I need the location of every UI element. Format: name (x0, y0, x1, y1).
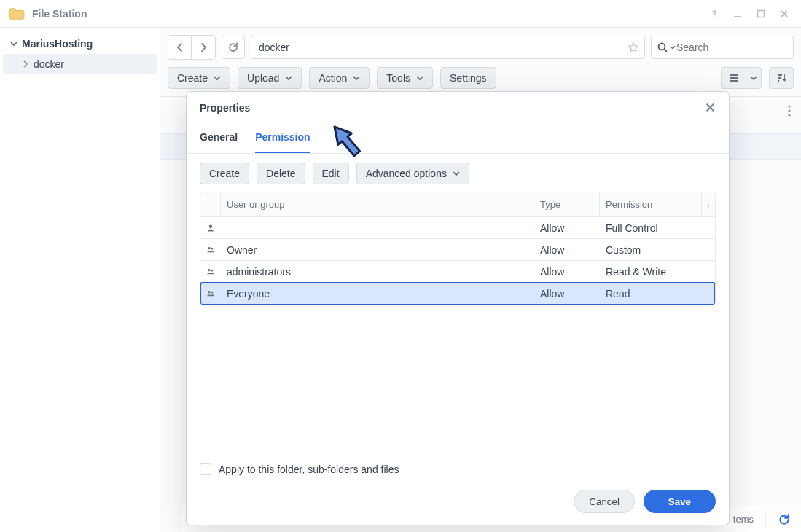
dialog-title: Properties (200, 102, 250, 114)
col-menu-icon[interactable] (702, 192, 715, 216)
permission-row[interactable]: OwnerAllowCustom (200, 239, 715, 261)
apply-recursive-checkbox[interactable] (200, 463, 211, 475)
col-type[interactable]: Type (534, 192, 600, 216)
chevron-down-icon (453, 170, 460, 177)
perm-delete-button[interactable]: Delete (257, 163, 305, 184)
row-type: Allow (534, 266, 600, 278)
row-permission: Custom (600, 244, 702, 256)
permission-row[interactable]: EveryoneAllowRead (200, 283, 715, 305)
apply-recursive-label: Apply to this folder, sub-folders and fi… (219, 463, 399, 475)
row-permission: Read (600, 288, 702, 300)
dialog-close-button[interactable]: ✕ (705, 100, 716, 116)
row-user-name: Everyone (221, 288, 534, 300)
properties-dialog: Properties ✕ General Permission Create D… (187, 92, 729, 525)
group-icon (200, 266, 221, 278)
group-icon (200, 244, 221, 256)
col-permission[interactable]: Permission (600, 192, 702, 216)
permission-row[interactable]: AllowFull Control (200, 217, 715, 239)
perm-advanced-button[interactable]: Advanced options (356, 163, 469, 184)
svg-point-15 (708, 202, 708, 203)
row-permission: Read & Write (600, 266, 702, 278)
col-user[interactable]: User or group (221, 192, 534, 216)
svg-point-17 (708, 206, 708, 206)
row-permission: Full Control (600, 222, 702, 234)
permission-row[interactable]: administratorsAllowRead & Write (200, 261, 715, 283)
tab-permission[interactable]: Permission (255, 124, 310, 153)
perm-create-button[interactable]: Create (200, 163, 249, 184)
perm-edit-button[interactable]: Edit (313, 163, 349, 184)
row-type: Allow (534, 244, 600, 256)
row-user-name: Owner (221, 244, 534, 256)
user-icon (200, 222, 221, 234)
row-user-name: administrators (221, 266, 534, 278)
cancel-button[interactable]: Cancel (574, 490, 635, 513)
group-icon (200, 288, 221, 300)
permission-table: User or group Type Permission AllowFull … (200, 192, 716, 305)
dialog-overlay: Properties ✕ General Permission Create D… (0, 0, 801, 532)
permission-table-header: User or group Type Permission (200, 192, 715, 217)
svg-point-16 (708, 204, 708, 205)
row-type: Allow (534, 222, 600, 234)
row-type: Allow (534, 288, 600, 300)
tab-general[interactable]: General (200, 124, 238, 153)
save-button[interactable]: Save (644, 490, 716, 513)
